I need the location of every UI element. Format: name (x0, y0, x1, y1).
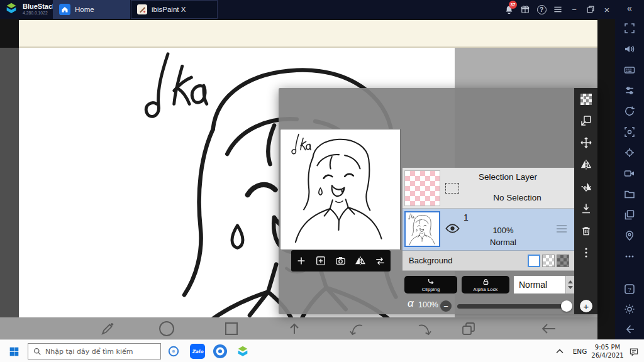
flip-horizontal-icon[interactable] (355, 255, 366, 266)
search-input[interactable] (45, 348, 160, 356)
windows-logo-icon (9, 346, 19, 357)
clipping-button[interactable]: Clipping (404, 276, 457, 293)
tool-icon[interactable] (100, 321, 116, 336)
more-options-icon[interactable] (623, 250, 636, 263)
flip-vertical-icon[interactable] (580, 180, 592, 193)
minimize-button[interactable]: − (566, 0, 582, 19)
layer-row[interactable]: 1 100% Normal (402, 209, 574, 251)
sidebar-help-icon[interactable]: ? (623, 283, 636, 295)
transfer-icon[interactable] (374, 255, 386, 266)
ad-banner[interactable] (19, 20, 597, 48)
lock-icon (482, 278, 490, 286)
settings-gear-icon[interactable] (623, 303, 636, 315)
camera-import-icon[interactable] (335, 255, 347, 266)
layer-number: 1 (464, 212, 469, 222)
merge-down-icon[interactable] (580, 202, 592, 215)
clipping-label: Clipping (422, 287, 440, 292)
layer-thumbnail[interactable] (404, 211, 440, 247)
app-bottom-toolbar (0, 317, 597, 339)
coccoc-app-button[interactable] (209, 340, 231, 362)
add-layer-special-icon[interactable] (315, 255, 326, 266)
sidebar-collapse-button[interactable]: « (627, 0, 632, 16)
search-icon (33, 348, 42, 356)
ibispaint-app-icon (137, 4, 147, 14)
fullscreen-icon[interactable] (623, 22, 636, 35)
bluestacks-app-button[interactable] (231, 340, 254, 362)
controls-editor-icon[interactable] (623, 84, 636, 97)
taskbar-search[interactable] (28, 343, 161, 359)
keyboard-controls-icon[interactable] (623, 63, 636, 76)
bluestacks-logo-icon (4, 2, 18, 16)
close-button[interactable]: × (599, 0, 615, 19)
coccoc-icon (213, 344, 228, 359)
layers-panel: Selection Layer No Selection 1 100% Norm… (279, 88, 597, 314)
undo-icon[interactable] (349, 321, 364, 336)
ibispaint-app: Selection Layer No Selection 1 100% Norm… (0, 19, 615, 339)
location-icon[interactable] (623, 229, 636, 242)
zalo-app-button[interactable]: Zalo (186, 340, 209, 362)
alpha-lock-label: Alpha Lock (473, 287, 497, 292)
background-dark-checker-swatch[interactable] (557, 255, 569, 267)
zoom-icon[interactable] (623, 146, 636, 159)
layers-icon[interactable] (461, 321, 476, 336)
back-arrow-icon[interactable] (541, 321, 557, 336)
rectangle-tool-icon[interactable] (224, 321, 239, 336)
canvas-preview[interactable] (280, 129, 401, 250)
screenshot-icon[interactable] (623, 126, 636, 138)
record-screen-icon[interactable] (623, 167, 636, 180)
add-layer-icon[interactable] (296, 255, 307, 266)
blend-mode-select[interactable]: Normal (514, 276, 574, 293)
background-row[interactable]: Background (402, 251, 574, 271)
clipping-icon (426, 278, 435, 286)
more-options-icon[interactable] (580, 246, 592, 259)
back-icon[interactable] (623, 323, 636, 336)
rewards-button[interactable] (517, 0, 533, 19)
tab-ibispaint[interactable]: ibisPaint X (131, 0, 218, 19)
help-icon: ? (537, 5, 547, 14)
zalo-icon: Zalo (190, 344, 205, 359)
notification-badge: 37 (509, 1, 517, 9)
layer-blend-mode: Normal (465, 238, 541, 247)
cortana-button[interactable] (162, 340, 185, 362)
selection-marquee-icon (445, 183, 459, 194)
windows-taskbar: Zalo ENG 9:05 PM 26/4/2021 (0, 339, 644, 362)
volume-icon[interactable] (623, 43, 636, 55)
alpha-slider-knob[interactable] (561, 300, 572, 312)
layer-visibility-eye-icon[interactable] (445, 223, 460, 234)
action-center-button[interactable] (625, 340, 643, 362)
tray-expand-button[interactable] (552, 340, 567, 362)
background-white-swatch[interactable] (528, 255, 540, 267)
flip-horizontal-icon[interactable] (580, 158, 592, 171)
spinner-up-icon[interactable] (568, 280, 573, 283)
alpha-lock-button[interactable]: Alpha Lock (462, 276, 509, 293)
layer-transform-icon[interactable] (580, 114, 592, 127)
multi-instance-icon[interactable] (623, 209, 636, 221)
layer-drag-handle[interactable] (557, 225, 567, 234)
alpha-increase-button[interactable]: + (580, 300, 592, 312)
language-indicator[interactable]: ENG (569, 340, 591, 362)
redo-icon[interactable] (417, 321, 432, 336)
blend-mode-spinner[interactable] (565, 276, 574, 293)
bluestacks-brand: BlueStacks 4.280.0.1022 (4, 2, 60, 16)
background-checker-swatch[interactable] (542, 255, 555, 267)
move-icon[interactable] (580, 136, 592, 149)
transparent-background-icon[interactable] (580, 94, 592, 105)
upload-icon[interactable] (287, 321, 302, 336)
tray-clock[interactable]: 9:05 PM 26/4/2021 (590, 343, 625, 359)
selection-layer-row[interactable]: Selection Layer No Selection (402, 168, 574, 209)
restore-icon (586, 5, 595, 14)
notifications-button[interactable]: 37 (501, 0, 517, 19)
alpha-slider-track[interactable] (457, 304, 563, 309)
start-button[interactable] (0, 340, 28, 362)
rotate-icon[interactable] (623, 105, 636, 118)
delete-layer-icon[interactable] (580, 224, 592, 237)
ellipse-tool-icon[interactable] (158, 320, 175, 337)
selection-layer-thumbnail[interactable] (404, 170, 440, 206)
media-folder-icon[interactable] (623, 188, 636, 200)
tab-home[interactable]: Home (53, 0, 130, 19)
restore-button[interactable] (582, 0, 599, 19)
menu-button[interactable] (550, 0, 566, 19)
alpha-decrease-button[interactable]: − (440, 300, 452, 312)
help-button[interactable]: ? (533, 0, 550, 19)
spinner-down-icon[interactable] (568, 286, 573, 289)
